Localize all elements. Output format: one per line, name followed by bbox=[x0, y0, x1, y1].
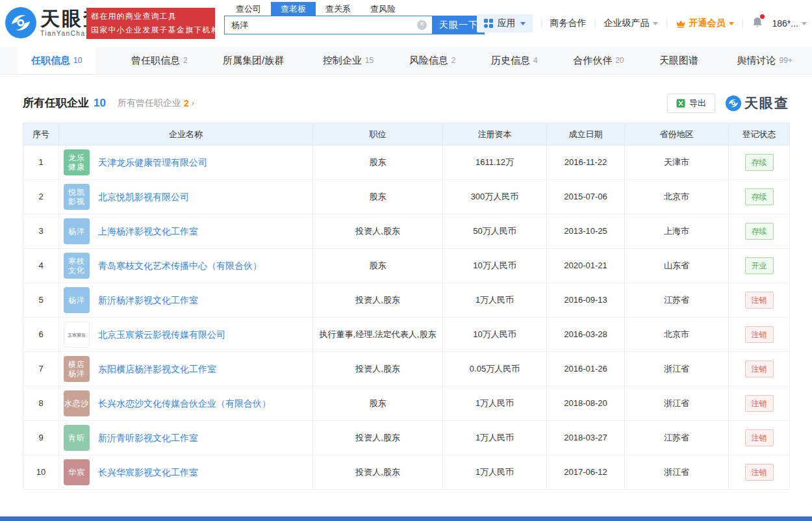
table-row: 7 横店 杨洋 东阳横店杨洋影视文化工作室 投资人,股东 0.05万人民币 20… bbox=[23, 352, 790, 387]
company-link[interactable]: 天津龙乐健康管理有限公司 bbox=[98, 156, 207, 170]
company-avatar: 寒枝 文化 bbox=[64, 253, 90, 279]
table-row: 10 华宸 长兴华宸影视文化工作室 投资人,股东 1万人民币 2017-06-1… bbox=[23, 455, 790, 490]
tab-positions[interactable]: 任职信息10 bbox=[18, 47, 95, 74]
former-positions-link[interactable]: 所有曾任职企业 2 › bbox=[118, 97, 194, 109]
promo-line1: 都在用的商业查询工具 bbox=[91, 10, 210, 23]
table-row: 2 悦凯 影视 北京悦凯影视有限公司 股东 300万人民币 2015-07-06… bbox=[23, 180, 790, 214]
tab-group[interactable]: 所属集团/族群 bbox=[223, 47, 287, 74]
row-province: 北京市 bbox=[625, 180, 729, 214]
export-label: 导出 bbox=[689, 97, 706, 109]
table-row: 6 玉宸紫云 北京玉宸紫云影视传媒有限公司 执行董事,经理,法定代表人,股东 1… bbox=[23, 318, 790, 352]
row-date: 2018-08-20 bbox=[547, 387, 625, 421]
crown-icon bbox=[676, 19, 686, 28]
status-badge: 存续 bbox=[745, 188, 774, 205]
tab-public-opinion[interactable]: 舆情讨论99+ bbox=[737, 47, 793, 74]
company-avatar: 杨洋 bbox=[64, 218, 90, 244]
row-date: 2018-03-27 bbox=[547, 421, 625, 455]
search-tab-boss[interactable]: 查老板 bbox=[271, 2, 316, 16]
table-header-row: 序号 企业名称 职位 注册资本 成立日期 省份地区 登记状态 bbox=[23, 123, 790, 146]
status-badge: 注销 bbox=[745, 429, 774, 446]
company-avatar: 杨洋 bbox=[64, 287, 90, 313]
divider bbox=[595, 19, 596, 28]
tab-controlled-companies[interactable]: 控制企业15 bbox=[323, 47, 374, 74]
vip-upgrade-menu[interactable]: 开通会员 bbox=[676, 18, 734, 29]
row-date: 2016-03-28 bbox=[547, 318, 625, 352]
row-position: 股东 bbox=[313, 249, 443, 283]
company-link[interactable]: 长兴华宸影视文化工作室 bbox=[98, 466, 198, 479]
search-tabs: 查公司 查老板 查关系 查风险 bbox=[226, 2, 485, 16]
positions-table: 序号 企业名称 职位 注册资本 成立日期 省份地区 登记状态 1 龙乐 健康 天… bbox=[23, 123, 790, 490]
header-right-menu: 应用 商务合作 企业级产品 开通会员 bbox=[477, 14, 807, 33]
company-link[interactable]: 东阳横店杨洋影视文化工作室 bbox=[98, 362, 216, 376]
row-serial: 3 bbox=[23, 214, 59, 249]
tab-partners[interactable]: 合作伙伴20 bbox=[573, 47, 624, 74]
row-capital: 300万人民币 bbox=[443, 180, 547, 214]
row-position: 股东 bbox=[313, 387, 443, 421]
row-province: 浙江省 bbox=[625, 352, 729, 387]
export-button[interactable]: 导出 bbox=[667, 94, 715, 113]
tab-risk-info[interactable]: 风险信息2 bbox=[409, 47, 456, 74]
tianyancha-watermark: 天眼查 bbox=[726, 94, 789, 112]
apps-menu[interactable]: 应用 bbox=[477, 14, 533, 32]
chevron-down-icon bbox=[520, 22, 526, 25]
section-title-count: 10 bbox=[94, 97, 106, 110]
apps-label: 应用 bbox=[498, 18, 516, 29]
promo-banner: 都在用的商业查询工具 国家中小企业发展子基金旗下机构 bbox=[86, 8, 215, 39]
account-menu[interactable]: 186*... bbox=[772, 18, 807, 29]
company-link[interactable]: 北京玉宸紫云影视传媒有限公司 bbox=[98, 328, 225, 342]
col-serial: 序号 bbox=[23, 123, 59, 146]
row-serial: 8 bbox=[23, 387, 59, 421]
row-position: 投资人,股东 bbox=[313, 455, 443, 490]
search-tab-risk[interactable]: 查风险 bbox=[361, 2, 405, 16]
table-row: 3 杨洋 上海杨洋影视文化工作室 投资人,股东 50万人民币 2013-10-2… bbox=[23, 214, 790, 249]
row-position: 执行董事,经理,法定代表人,股东 bbox=[313, 318, 443, 352]
table-row: 8 水恋沙 长兴水恋沙文化传媒合伙企业（有限合伙） 股东 1万人民币 2018-… bbox=[23, 387, 790, 421]
status-badge: 开业 bbox=[745, 257, 774, 274]
company-link[interactable]: 北京悦凯影视有限公司 bbox=[98, 190, 189, 204]
row-province: 江苏省 bbox=[625, 283, 729, 318]
enterprise-product-menu[interactable]: 企业级产品 bbox=[604, 18, 658, 29]
row-position: 股东 bbox=[313, 180, 443, 214]
col-province: 省份地区 bbox=[625, 123, 729, 146]
company-link[interactable]: 上海杨洋影视文化工作室 bbox=[98, 225, 198, 238]
row-date: 2016-01-26 bbox=[547, 352, 625, 387]
business-cooperation-link[interactable]: 商务合作 bbox=[550, 18, 587, 29]
col-date: 成立日期 bbox=[547, 123, 625, 146]
divider bbox=[541, 19, 542, 28]
tab-graph[interactable]: 天眼图谱 bbox=[659, 47, 702, 74]
row-capital: 1万人民币 bbox=[443, 387, 547, 421]
row-province: 浙江省 bbox=[625, 455, 729, 490]
search-input[interactable] bbox=[224, 16, 433, 34]
row-serial: 4 bbox=[23, 249, 59, 283]
company-link[interactable]: 新沂杨洋影视文化工作室 bbox=[98, 294, 198, 307]
clear-input-icon[interactable] bbox=[417, 20, 427, 30]
row-serial: 1 bbox=[23, 146, 59, 180]
col-status: 登记状态 bbox=[729, 123, 790, 146]
status-badge: 注销 bbox=[745, 292, 774, 309]
row-date: 2016-11-22 bbox=[547, 146, 625, 180]
company-link[interactable]: 新沂青听影视文化工作室 bbox=[98, 431, 198, 445]
search-area: 查公司 查老板 查关系 查风险 天眼一下 bbox=[224, 2, 485, 34]
row-serial: 5 bbox=[23, 283, 59, 318]
row-province: 上海市 bbox=[625, 214, 729, 249]
search-tab-relation[interactable]: 查关系 bbox=[316, 2, 361, 16]
row-province: 山东省 bbox=[625, 249, 729, 283]
notifications-bell[interactable] bbox=[752, 16, 763, 31]
promo-line2: 国家中小企业发展子基金旗下机构 bbox=[91, 23, 210, 37]
company-link[interactable]: 长兴水恋沙文化传媒合伙企业（有限合伙） bbox=[98, 397, 271, 411]
excel-icon bbox=[676, 99, 685, 108]
divider bbox=[666, 19, 667, 28]
company-avatar: 青听 bbox=[64, 425, 90, 451]
row-capital: 1万人民币 bbox=[443, 283, 547, 318]
row-date: 2016-09-13 bbox=[547, 283, 625, 318]
row-position: 股东 bbox=[313, 146, 443, 180]
row-position: 投资人,股东 bbox=[313, 214, 443, 249]
row-serial: 9 bbox=[23, 421, 59, 455]
search-tab-company[interactable]: 查公司 bbox=[226, 2, 271, 16]
company-link[interactable]: 青岛寒枝文化艺术传播中心（有限合伙） bbox=[98, 259, 262, 273]
row-position: 投资人,股东 bbox=[313, 352, 443, 387]
tab-history-info[interactable]: 历史信息4 bbox=[491, 47, 538, 74]
tab-former-positions[interactable]: 曾任职信息2 bbox=[131, 47, 188, 74]
status-badge: 注销 bbox=[745, 464, 774, 481]
apps-grid-icon bbox=[484, 19, 493, 28]
